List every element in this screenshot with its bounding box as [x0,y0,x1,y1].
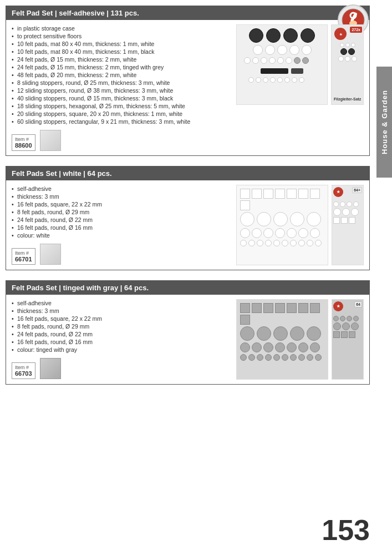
product-2-features: self-adhesive thickness: 3 mm 16 felt pa… [12,185,231,265]
list-item: 18 sliding stoppers, hexagonal, Ø 25 mm,… [12,102,231,110]
product-3-item-box: Item # 66703 [12,362,35,379]
product-1-item-box: Item # 88600 [12,134,35,151]
product-2-main-image [236,185,328,265]
product-3-main-image [236,299,328,380]
product-1-title: Felt Pad Set | self-adhesive | 131 pcs. [12,9,139,17]
product-3-package-image: ★ 64 [332,299,364,380]
product-2-thumb [40,244,61,265]
list-item: 8 felt pads, round, Ø 29 mm [12,322,231,330]
product-2-package-image: ★ 64+ [332,185,364,265]
product-1-package-image: ★ 272x Filzgleiter-Satz [331,24,364,105]
list-item: 24 felt pads, round, Ø 22 mm [12,216,231,224]
list-item: colour: white [12,231,231,239]
item-label: Item # [15,137,32,142]
list-item: 60 sliding stoppers, rectangular, 9 x 21… [12,118,231,125]
product-2-images: ★ 64+ [236,185,364,265]
list-item: 48 felt pads, Ø 20 mm, thickness: 2 mm, … [12,71,231,79]
list-item: 12 sliding stoppers, round, Ø 38 mm, thi… [12,87,231,94]
list-item: 20 sliding stoppers, square, 20 x 20 mm,… [12,110,231,118]
list-item: 8 sliding stoppers, round, Ø 25 mm, thic… [12,79,231,87]
item-label: Item # [15,365,32,370]
product-1-bullet-list: in plastic storage case to protect sensi… [12,24,231,125]
product-1-features: in plastic storage case to protect sensi… [12,24,231,151]
item-number: 88600 [15,142,32,149]
list-item: to protect sensitive floors [12,32,231,40]
list-item: 16 felt pads, round, Ø 16 mm [12,338,231,346]
list-item: in plastic storage case [12,24,231,32]
product-3-header: Felt Pads Set | tinged with gray | 64 pc… [6,281,369,295]
list-item: 24 felt pads, Ø 15 mm, thickness: 2 mm, … [12,56,231,63]
list-item: 8 felt pads, round, Ø 29 mm [12,208,231,216]
list-item: thickness: 3 mm [12,193,231,200]
list-item: 10 felt pads, mat 80 x 40 mm, thickness:… [12,48,231,56]
brand-badge: ★ [334,28,347,40]
list-item: 40 sliding stoppers, round, Ø 15 mm, thi… [12,94,231,102]
product-3-bullet-list: self-adhesive thickness: 3 mm 16 felt pa… [12,299,231,354]
page-number-text: 153 [322,514,370,546]
sidebar-category-tab: House & Garden [376,67,392,178]
item-label: Item # [15,250,32,256]
item-number: 66701 [15,256,32,263]
list-item: colour: tinged with gray [12,346,231,354]
page-number: 153 [322,513,370,547]
product-2-item-row: Item # 66701 [12,244,231,265]
package-count-badge: 272x [350,27,362,33]
product-1-thumb [40,130,61,151]
product-2-body: self-adhesive thickness: 3 mm 16 felt pa… [6,180,369,270]
list-item: 24 felt pads, Ø 15 mm, thickness: 2 mm, … [12,63,231,71]
product-section-2: Felt Pads Set | white | 64 pcs. self-adh… [6,166,370,270]
list-item: self-adhesive [12,299,231,307]
product-section-3: Felt Pads Set | tinged with gray | 64 pc… [6,280,370,385]
list-item: 16 felt pads, square, 22 x 22 mm [12,200,231,208]
product-2-bullet-list: self-adhesive thickness: 3 mm 16 felt pa… [12,185,231,239]
product-1-main-image [236,24,328,105]
product-3-item-row: Item # 66703 [12,358,231,379]
product-1-item-row: Item # 88600 [12,130,231,151]
sidebar-label: House & Garden [380,90,389,154]
product-3-images: ★ 64 [236,299,364,380]
list-item: 16 felt pads, square, 22 x 22 mm [12,315,231,322]
product-3-body: self-adhesive thickness: 3 mm 16 felt pa… [6,295,369,384]
product-1-images: ★ 272x Filzgleiter-Satz [236,24,364,151]
product-2-title: Felt Pads Set | white | 64 pcs. [12,169,112,178]
product-1-header: Felt Pad Set | self-adhesive | 131 pcs. [6,6,369,20]
product-section-1: Felt Pad Set | self-adhesive | 131 pcs. … [6,6,370,156]
product-3-thumb [40,358,61,379]
product-3-features: self-adhesive thickness: 3 mm 16 felt pa… [12,299,231,380]
product-2-item-box: Item # 66701 [12,248,35,265]
list-item: 24 felt pads, round, Ø 22 mm [12,330,231,338]
product-3-title: Felt Pads Set | tinged with gray | 64 pc… [12,284,149,292]
list-item: 16 felt pads, round, Ø 16 mm [12,224,231,231]
list-item: self-adhesive [12,185,231,193]
main-content: Felt Pad Set | self-adhesive | 131 pcs. … [0,0,375,400]
item-number: 66703 [15,370,32,377]
list-item: thickness: 3 mm [12,307,231,315]
package-title: Filzgleiter-Satz [333,97,362,102]
product-1-body: in plastic storage case to protect sensi… [6,20,369,155]
list-item: 10 felt pads, mat 80 x 40 mm, thickness:… [12,40,231,48]
product-2-header: Felt Pads Set | white | 64 pcs. [6,167,369,180]
